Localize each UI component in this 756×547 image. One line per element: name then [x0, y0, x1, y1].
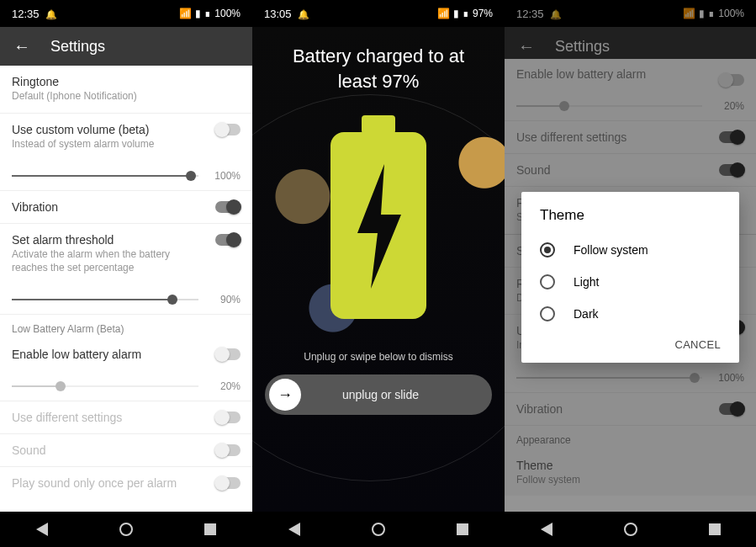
- charging-body: ☁ ☁ Battery charged to at least 97% Unpl…: [252, 27, 505, 512]
- page-title: Settings: [555, 38, 610, 56]
- signal-icon: ▮: [195, 8, 201, 19]
- toggle-sound[interactable]: [215, 444, 241, 456]
- nav-home-icon[interactable]: [624, 523, 637, 536]
- status-time: 12:35: [516, 8, 544, 20]
- low-slider-row: 20%: [505, 90, 756, 120]
- theme-option-light[interactable]: Light: [521, 266, 739, 298]
- bell-icon: 🔔: [550, 9, 562, 19]
- volume-slider[interactable]: [12, 175, 198, 177]
- theme-dialog: Theme Follow system Light Dark CANCEL: [521, 192, 739, 363]
- nav-recent-icon[interactable]: [709, 523, 721, 535]
- status-right: 📶 ▮ ∎ 100%: [179, 8, 241, 19]
- row-enable-low[interactable]: Enable low battery alarm: [505, 64, 756, 90]
- row-enable-low[interactable]: Enable low battery alarm: [0, 338, 252, 370]
- status-bar: 12:35🔔 📶 ▮ ∎ 100%: [505, 0, 756, 27]
- toggle-vibration[interactable]: [215, 201, 241, 213]
- back-icon[interactable]: ←: [518, 38, 535, 55]
- charged-headline: Battery charged to at least 97%: [252, 27, 505, 100]
- nav-bar: [0, 512, 252, 547]
- radio-icon[interactable]: [540, 242, 555, 258]
- nav-back-icon[interactable]: [288, 523, 300, 536]
- app-header: ← Settings: [0, 27, 252, 66]
- radio-icon[interactable]: [540, 306, 555, 321]
- screen-theme-dialog: 12:35🔔 📶 ▮ ∎ 100% ← Settings Enable low …: [505, 0, 756, 547]
- unplug-slider[interactable]: → unplug or slide: [265, 374, 492, 415]
- toggle-enable-low[interactable]: [719, 74, 744, 86]
- section-appearance: Appearance: [505, 426, 756, 449]
- cancel-button[interactable]: CANCEL: [521, 330, 739, 356]
- nav-home-icon[interactable]: [372, 523, 385, 536]
- row-vibration[interactable]: Vibration: [0, 191, 252, 223]
- radio-icon[interactable]: [540, 274, 555, 289]
- status-bar: 12:35🔔 📶 ▮ ∎ 100%: [0, 0, 252, 27]
- dialog-title: Theme: [521, 207, 739, 234]
- status-time: 13:05: [264, 8, 292, 20]
- low-slider[interactable]: [12, 385, 198, 387]
- status-battery: 97%: [473, 8, 493, 19]
- screen-charging: 13:05🔔 📶 ▮ ∎ 97% ☁ ☁ Battery charged to …: [252, 0, 505, 547]
- row-different-settings[interactable]: Use different settings: [505, 121, 756, 153]
- settings-list: Ringtone Default (Iphone Notification) U…: [0, 66, 252, 499]
- slide-label: unplug or slide: [301, 388, 492, 401]
- back-icon[interactable]: ←: [13, 38, 30, 55]
- signal-icon: ▮: [453, 8, 459, 19]
- page-title: Settings: [50, 38, 105, 56]
- toggle-enable-low[interactable]: [215, 348, 241, 360]
- row-sound[interactable]: Sound: [505, 154, 756, 186]
- nav-back-icon[interactable]: [36, 523, 48, 536]
- arrow-right-icon[interactable]: →: [269, 379, 301, 411]
- status-bar: 13:05🔔 📶 ▮ ∎ 97%: [252, 0, 505, 27]
- low-slider-row: 20%: [0, 370, 252, 401]
- status-right: 📶 ▮ ∎ 97%: [437, 8, 493, 19]
- signal-icon: ▮: [699, 8, 705, 19]
- volume-slider[interactable]: [516, 377, 702, 379]
- wifi-icon: 📶: [179, 8, 192, 19]
- theme-option-follow-system[interactable]: Follow system: [521, 234, 739, 266]
- status-right: 📶 ▮ ∎ 100%: [683, 8, 744, 19]
- row-ringtone[interactable]: Ringtone Default (Iphone Notification): [0, 66, 252, 113]
- volume-slider-row: 100%: [0, 160, 252, 190]
- bell-icon: 🔔: [298, 9, 309, 19]
- section-low-battery: Low Battery Alarm (Beta): [0, 315, 252, 338]
- toggle-different-settings[interactable]: [215, 412, 241, 423]
- nav-back-icon[interactable]: [541, 523, 552, 536]
- threshold-slider-row: 90%: [0, 284, 252, 314]
- nav-recent-icon[interactable]: [204, 523, 216, 535]
- toggle-vibration[interactable]: [719, 403, 744, 415]
- toggle-play-once[interactable]: [215, 477, 241, 489]
- row-threshold[interactable]: Set alarm threshold Activate the alarm w…: [0, 224, 252, 284]
- status-battery: 100%: [214, 8, 241, 19]
- threshold-slider[interactable]: [12, 299, 198, 300]
- row-theme[interactable]: Theme Follow system: [505, 449, 756, 497]
- wifi-icon: 📶: [437, 8, 450, 19]
- status-battery: 100%: [718, 8, 744, 19]
- row-different-settings[interactable]: Use different settings: [0, 401, 252, 433]
- battery-icon: [252, 115, 505, 326]
- low-slider[interactable]: [516, 105, 702, 107]
- toggle-sound[interactable]: [719, 164, 744, 176]
- toggle-custom-volume[interactable]: [215, 124, 241, 135]
- volume-slider-row: 100%: [505, 362, 756, 392]
- theme-option-dark[interactable]: Dark: [521, 298, 739, 330]
- row-custom-volume[interactable]: Use custom volume (beta) Instead of syst…: [0, 114, 252, 161]
- toggle-threshold[interactable]: [215, 234, 241, 246]
- bell-icon: 🔔: [45, 9, 57, 19]
- nav-bar: [252, 512, 505, 547]
- row-sound[interactable]: Sound: [0, 434, 252, 466]
- row-vibration[interactable]: Vibration: [505, 393, 756, 425]
- nav-recent-icon[interactable]: [457, 523, 468, 535]
- nav-bar: [505, 512, 756, 547]
- screen-settings-1: 12:35🔔 📶 ▮ ∎ 100% ← Settings Ringtone De…: [0, 0, 252, 547]
- status-time: 12:35: [12, 8, 40, 20]
- nav-home-icon[interactable]: [119, 523, 133, 536]
- svg-rect-0: [362, 115, 395, 134]
- dismiss-text: Unplug or swipe below to dismiss: [252, 351, 505, 363]
- row-play-once[interactable]: Play sound only once per alarm: [0, 467, 252, 499]
- wifi-icon: 📶: [683, 8, 695, 19]
- toggle-different-settings[interactable]: [719, 131, 744, 143]
